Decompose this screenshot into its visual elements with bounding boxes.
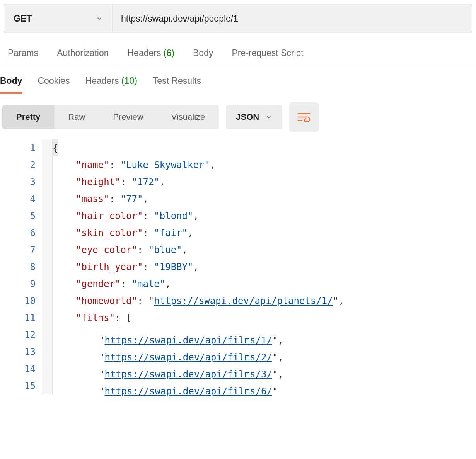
tab-headers[interactable]: Headers (6)	[128, 48, 174, 58]
line-gutter: 123456789101112131415	[0, 139, 42, 394]
format-select[interactable]: JSON	[226, 105, 282, 129]
view-pretty[interactable]: Pretty	[2, 105, 54, 129]
tab-authorization[interactable]: Authorization	[57, 48, 109, 58]
resp-tab-body[interactable]: Body	[0, 76, 22, 94]
wrap-lines-button[interactable]	[289, 102, 319, 132]
line-number: 8	[0, 258, 36, 275]
view-controls: Pretty Raw Preview Visualize JSON	[0, 94, 476, 132]
line-number: 3	[0, 173, 36, 190]
tab-params[interactable]: Params	[8, 48, 38, 58]
line-number: 2	[0, 156, 36, 173]
resp-tab-cookies[interactable]: Cookies	[38, 76, 70, 94]
code-line: "https://swapi.dev/api/films/2/",	[53, 343, 344, 360]
http-method-value: GET	[14, 14, 32, 24]
line-number: 13	[0, 343, 36, 360]
tab-prerequest[interactable]: Pre-request Script	[232, 48, 303, 58]
line-number: 14	[0, 360, 36, 377]
code-line: "name": "Luke Skywalker",	[53, 156, 344, 173]
request-bar: GET https://swapi.dev/api/people/1	[4, 4, 472, 33]
http-method-select[interactable]: GET	[4, 4, 113, 33]
code-line: "https://swapi.dev/api/films/3/",	[53, 360, 344, 377]
line-number: 11	[0, 309, 36, 326]
code-line: "gender": "male",	[53, 275, 344, 292]
url-input[interactable]: https://swapi.dev/api/people/1	[113, 4, 472, 33]
line-number: 15	[0, 377, 36, 394]
line-number: 9	[0, 275, 36, 292]
chevron-down-icon	[96, 15, 103, 22]
code-lines[interactable]: {"name": "Luke Skywalker","height": "172…	[53, 139, 344, 394]
view-raw[interactable]: Raw	[54, 105, 99, 129]
line-number: 12	[0, 326, 36, 343]
wrap-icon	[297, 112, 311, 122]
code-line: "skin_color": "fair",	[53, 224, 344, 241]
response-body: 123456789101112131415 {"name": "Luke Sky…	[0, 132, 476, 394]
tab-body[interactable]: Body	[193, 48, 213, 58]
line-number: 6	[0, 224, 36, 241]
code-line: "films": [	[53, 309, 344, 326]
line-number: 4	[0, 190, 36, 207]
line-number: 10	[0, 292, 36, 309]
chevron-down-icon	[265, 114, 272, 121]
code-line: "https://swapi.dev/api/films/6/"	[53, 377, 344, 394]
line-number: 5	[0, 207, 36, 224]
code-line: "height": "172",	[53, 173, 344, 190]
code-line: "homeworld": "https://swapi.dev/api/plan…	[53, 292, 344, 309]
resp-tab-headers[interactable]: Headers (10)	[85, 76, 137, 94]
view-preview[interactable]: Preview	[99, 105, 157, 129]
tab-headers-count: (6)	[164, 48, 174, 58]
response-tabs: Body Cookies Headers (10) Test Results	[0, 66, 476, 94]
resp-headers-count: (10)	[121, 76, 137, 86]
code-line: {	[53, 139, 344, 156]
code-line: "hair_color": "blond",	[53, 207, 344, 224]
code-line: "birth_year": "19BBY",	[53, 258, 344, 275]
line-number: 1	[0, 139, 36, 156]
code-line: "https://swapi.dev/api/films/1/",	[53, 326, 344, 343]
view-visualize[interactable]: Visualize	[157, 105, 219, 129]
line-number: 7	[0, 241, 36, 258]
format-value: JSON	[236, 112, 259, 122]
code-line: "eye_color": "blue",	[53, 241, 344, 258]
resp-headers-label: Headers	[85, 76, 119, 86]
fold-column	[42, 139, 53, 394]
request-tabs: Params Authorization Headers (6) Body Pr…	[0, 37, 476, 66]
url-value: https://swapi.dev/api/people/1	[121, 14, 238, 24]
view-mode-pill: Pretty Raw Preview Visualize	[2, 105, 219, 129]
code-line: "mass": "77",	[53, 190, 344, 207]
resp-tab-tests[interactable]: Test Results	[153, 76, 201, 94]
tab-headers-label: Headers	[128, 48, 161, 58]
